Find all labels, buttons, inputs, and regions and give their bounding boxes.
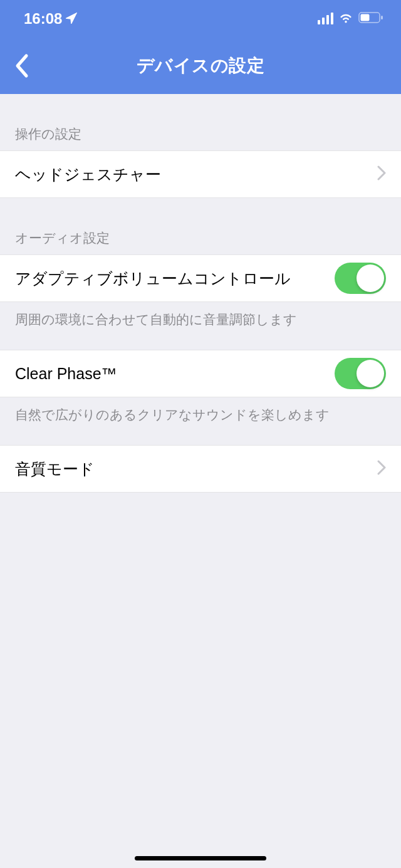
chevron-right-icon — [377, 460, 386, 478]
toggle-knob — [357, 264, 384, 292]
footer-adaptive-volume: 周囲の環境に合わせて自動的に音量調節します — [0, 302, 401, 350]
status-right — [318, 12, 384, 26]
section-header-audio: オーディオ設定 — [0, 198, 401, 254]
row-label: Clear Phase™ — [15, 365, 117, 383]
toggle-adaptive-volume[interactable] — [335, 263, 386, 294]
wifi-icon — [338, 12, 353, 26]
section-header-operation: 操作の設定 — [0, 94, 401, 150]
row-head-gesture[interactable]: ヘッドジェスチャー — [0, 150, 401, 198]
status-bar: 16:08 — [0, 0, 401, 38]
nav-bar: デバイスの設定 — [0, 38, 401, 94]
svg-rect-1 — [381, 16, 383, 19]
row-clear-phase: Clear Phase™ — [0, 350, 401, 397]
row-label: ヘッドジェスチャー — [15, 164, 161, 185]
chevron-left-icon — [15, 53, 30, 78]
toggle-knob — [357, 360, 384, 387]
row-label: 音質モード — [15, 459, 95, 479]
home-indicator[interactable] — [135, 856, 266, 860]
location-icon — [66, 10, 77, 28]
row-label: アダプティブボリュームコントロール — [15, 268, 291, 289]
toggle-clear-phase[interactable] — [335, 358, 386, 389]
footer-clear-phase: 自然で広がりのあるクリアなサウンドを楽しめます — [0, 397, 401, 445]
status-left: 16:08 — [24, 10, 77, 28]
battery-icon — [358, 12, 383, 26]
page-title: デバイスの設定 — [137, 54, 265, 78]
chevron-right-icon — [377, 165, 386, 183]
svg-rect-2 — [361, 14, 370, 21]
back-button[interactable] — [9, 52, 36, 80]
row-sound-quality-mode[interactable]: 音質モード — [0, 445, 401, 493]
row-adaptive-volume: アダプティブボリュームコントロール — [0, 254, 401, 302]
status-time: 16:08 — [24, 10, 62, 28]
cellular-signal-icon — [318, 13, 334, 24]
